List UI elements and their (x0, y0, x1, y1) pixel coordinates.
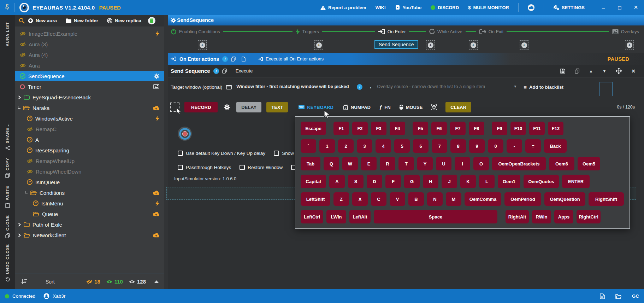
restore-window-checkbox[interactable]: Restore Window (240, 165, 283, 170)
aura-item-conditions[interactable]: Conditions (15, 187, 164, 198)
aura-item-resetsparring[interactable]: ?ResetSparring (15, 145, 164, 156)
key-e[interactable]: E (361, 157, 377, 170)
add-overlay-button[interactable]: + (625, 40, 634, 50)
key-r[interactable]: R (380, 157, 395, 170)
key-m[interactable]: M (446, 192, 461, 206)
key-oemcomma[interactable]: OemComma (465, 192, 501, 206)
window-filter-input[interactable]: Window filter - first matching window wi… (236, 83, 353, 91)
key-f6[interactable]: F6 (431, 122, 447, 135)
key-oemquestion[interactable]: OemQuestion (544, 192, 585, 206)
copy-icon[interactable] (231, 57, 236, 62)
minimize-button[interactable]: – (595, 0, 611, 15)
move-up-icon[interactable]: ▲ (589, 69, 593, 73)
key-capital[interactable]: Capital (301, 175, 326, 188)
aura-item-remapwheelup[interactable]: RemapWheelUp (15, 156, 164, 166)
fn-button[interactable]: ƒ FN (379, 102, 391, 112)
save-icon[interactable] (560, 69, 565, 74)
username[interactable]: Xab3r (53, 293, 65, 299)
key-oem5[interactable]: Oem5 (578, 157, 600, 170)
execute-all-button[interactable]: Execute all On Enter actions (258, 56, 324, 62)
add-while-active-action-button[interactable]: + (469, 40, 478, 50)
text-button[interactable]: TEXT (266, 102, 288, 112)
collapse-footer-chevron-icon[interactable] (154, 280, 159, 283)
tab-aura-list[interactable]: AURA LIST (0, 22, 15, 46)
record-button[interactable]: RECORD (184, 102, 218, 112)
aura-item-a[interactable]: ?A (15, 134, 164, 145)
aura-item-naraka[interactable]: Naraka (15, 103, 164, 113)
key-2[interactable]: 2 (338, 139, 354, 153)
aura-item-windowisactive[interactable]: ?WindowIsActive (15, 113, 164, 124)
stage-while-active[interactable]: While Active (429, 29, 462, 34)
key-rightctrl[interactable]: RightCtrl (577, 210, 601, 223)
key-f10[interactable]: F10 (510, 122, 526, 135)
new-folder-button[interactable]: New folder (66, 18, 98, 23)
key-rightshift[interactable]: RightShift (589, 192, 624, 206)
key-0[interactable]: 0 (488, 139, 503, 153)
key-j[interactable]: J (442, 175, 457, 188)
key-n[interactable]: N (427, 192, 443, 206)
key-rwin[interactable]: RWin (532, 210, 551, 223)
new-replica-button[interactable]: New replica (107, 18, 141, 23)
default-delay-checkbox[interactable]: Use default Key Down / Key Up delay (178, 151, 265, 156)
gear-icon[interactable] (224, 104, 230, 110)
aura-item-sendsequence[interactable]: SendSequence (15, 71, 164, 81)
key-y[interactable]: Y (417, 157, 433, 170)
key-f7[interactable]: F7 (450, 122, 466, 135)
pin-icon[interactable] (0, 4, 14, 11)
dpad-icon[interactable] (431, 104, 437, 110)
wiki-button[interactable]: WIKI (376, 5, 386, 10)
key-5[interactable]: 5 (394, 139, 410, 153)
key-a[interactable]: A (329, 175, 345, 188)
key-l[interactable]: L (479, 175, 495, 188)
info-icon[interactable]: i (357, 84, 362, 90)
aura-item-isinmenu[interactable]: ?IsInMenu (15, 198, 164, 209)
search-icon[interactable] (19, 18, 25, 24)
key-x[interactable]: X (352, 192, 368, 206)
key-f9[interactable]: F9 (492, 122, 507, 135)
aura-item-aura-3-[interactable]: Aura (3) (15, 39, 164, 49)
key-t[interactable]: T (398, 157, 414, 170)
stage-enabling-conditions[interactable]: Enabling Conditions (171, 29, 220, 35)
close-button[interactable]: ✕ (628, 0, 644, 15)
key-g[interactable]: G (404, 175, 420, 188)
aura-item-queue[interactable]: Queue (15, 209, 164, 219)
passthrough-hotkeys-checkbox[interactable]: Passthrough Hotkeys (178, 165, 231, 170)
expanded-marker-icon[interactable] (18, 106, 20, 109)
stage-on-exit[interactable]: On Exit (479, 29, 504, 34)
info-icon[interactable]: i (213, 68, 219, 74)
rail-share-button[interactable]: SHARE... (0, 123, 15, 150)
maximize-button[interactable]: □ (611, 0, 628, 15)
key-q[interactable]: Q (324, 157, 339, 170)
key-f8[interactable]: F8 (469, 122, 484, 135)
key-1[interactable]: 1 (319, 139, 335, 153)
aura-item-eyesquad-essenceback[interactable]: EyeSquad-EssenceBack (15, 92, 164, 103)
sort-label[interactable]: Sort (46, 279, 55, 285)
key-d[interactable]: D (367, 175, 382, 188)
discord-button[interactable]: DISCORD (431, 5, 459, 10)
aura-item-aura[interactable]: Aura (15, 60, 164, 71)
expanded-marker-icon[interactable] (25, 191, 28, 193)
aura-item-timer[interactable]: Timer (15, 81, 164, 92)
key-3[interactable]: 3 (357, 139, 372, 153)
rail-clone-button[interactable]: CLONE (0, 215, 15, 238)
expand-chevron-icon[interactable] (18, 223, 21, 227)
key-f3[interactable]: F3 (371, 122, 386, 135)
duplicate-icon[interactable] (575, 69, 579, 74)
key-space[interactable]: Space (374, 210, 497, 223)
add-enabling-condition-button[interactable]: + (198, 40, 207, 50)
cloud-sync-icon[interactable] (528, 4, 534, 11)
key-v[interactable]: V (390, 192, 405, 206)
show-notification-checkbox[interactable]: Show n (274, 151, 298, 156)
key-oem1[interactable]: Oem1 (498, 175, 520, 188)
key-i[interactable]: I (455, 157, 470, 170)
log-file-icon[interactable] (600, 293, 605, 299)
rail-copy-button[interactable]: COPY (0, 158, 15, 178)
add-trigger-button[interactable]: + (314, 40, 323, 50)
key-f12[interactable]: F12 (548, 122, 563, 135)
stage-triggers[interactable]: Triggers (296, 29, 319, 35)
clear-button[interactable]: CLEAR (445, 102, 471, 112)
blacklist-box[interactable] (599, 82, 613, 96)
key--[interactable]: ` (301, 139, 316, 153)
info-icon[interactable]: i (222, 56, 228, 62)
aura-item-remapwheeldown[interactable]: RemapWheelDown (15, 166, 164, 177)
